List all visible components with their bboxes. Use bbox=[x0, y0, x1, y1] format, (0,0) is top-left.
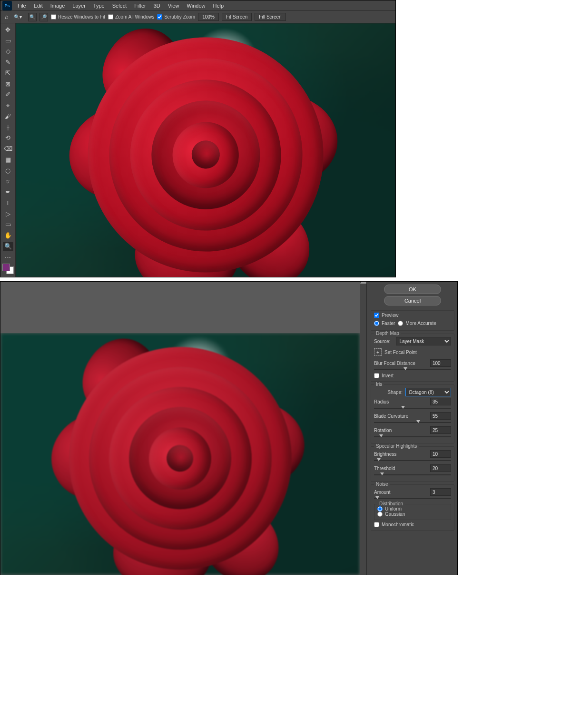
fit-screen-button[interactable]: Fit Screen bbox=[222, 13, 252, 21]
shape-label: Shape: bbox=[387, 390, 403, 395]
source-label: Source: bbox=[374, 339, 390, 344]
quick-select-tool-icon[interactable]: ✎ bbox=[3, 58, 13, 67]
workspace: ✥ ▭ ◇ ✎ ⇱ ⊠ ✐ ⌖ 🖌 ⟊ ⟲ ⌫ ▦ ◌ ☼ ✒ T ▷ ▭ ✋ … bbox=[0, 23, 395, 277]
crop-tool-icon[interactable]: ⇱ bbox=[3, 69, 13, 78]
menu-view[interactable]: View bbox=[164, 3, 183, 9]
faster-label: Faster bbox=[382, 321, 395, 326]
menu-3d[interactable]: 3D bbox=[150, 3, 164, 9]
iris-title: Iris bbox=[374, 382, 384, 387]
invert-label: Invert bbox=[382, 373, 394, 378]
blade-curvature-label: Blade Curvature bbox=[374, 413, 408, 419]
specular-title: Specular Highlights bbox=[374, 443, 419, 449]
rotation-slider[interactable] bbox=[374, 434, 451, 439]
scroll-up-arrow-icon[interactable] bbox=[360, 282, 367, 284]
shape-tool-icon[interactable]: ▭ bbox=[3, 220, 13, 229]
lens-blur-dialog: OK Cancel Preview Faster More Accurate D… bbox=[0, 281, 458, 575]
radius-slider[interactable] bbox=[374, 406, 451, 411]
zoom-in-icon[interactable]: 🔍 bbox=[28, 13, 37, 21]
blur-tool-icon[interactable]: ◌ bbox=[3, 166, 13, 175]
dodge-tool-icon[interactable]: ☼ bbox=[3, 177, 13, 186]
iris-group: Iris Shape: Octagon (8) Radius Blade Cur… bbox=[371, 384, 454, 443]
faster-radio[interactable]: Faster bbox=[374, 321, 395, 326]
source-select[interactable]: Layer Mask bbox=[396, 337, 451, 345]
resize-windows-checkbox[interactable]: Resize Windows to Fit bbox=[51, 14, 105, 20]
menu-window[interactable]: Window bbox=[183, 3, 209, 9]
options-bar: ⌂ 🔍▾ 🔍 🔎 Resize Windows to Fit Zoom All … bbox=[0, 11, 395, 23]
menu-type[interactable]: Type bbox=[89, 3, 108, 9]
invert-checkbox[interactable]: Invert bbox=[374, 373, 451, 378]
rotation-field[interactable] bbox=[430, 426, 451, 434]
menu-filter[interactable]: Filter bbox=[130, 3, 149, 9]
radius-label: Radius bbox=[374, 399, 389, 404]
menu-image[interactable]: Image bbox=[47, 3, 69, 9]
separator bbox=[25, 12, 25, 22]
uniform-label: Uniform bbox=[385, 506, 402, 512]
zoom-all-checkbox[interactable]: Zoom All Windows bbox=[108, 14, 154, 20]
dialog-side-panel: OK Cancel Preview Faster More Accurate D… bbox=[367, 282, 457, 575]
hand-tool-icon[interactable]: ✋ bbox=[3, 231, 13, 240]
pen-tool-icon[interactable]: ✒ bbox=[3, 187, 13, 197]
brightness-slider[interactable] bbox=[374, 458, 451, 463]
amount-field[interactable] bbox=[430, 488, 451, 496]
brush-tool-icon[interactable]: 🖌 bbox=[3, 112, 13, 121]
blur-focal-distance-label: Blur Focal Distance bbox=[374, 361, 415, 366]
scrubby-zoom-checkbox[interactable]: Scrubby Zoom bbox=[157, 14, 195, 20]
preview-subject bbox=[69, 347, 291, 570]
more-tools-icon[interactable]: ⋯ bbox=[3, 253, 13, 262]
menu-help[interactable]: Help bbox=[209, 3, 228, 9]
radius-field[interactable] bbox=[430, 398, 451, 405]
amount-slider[interactable] bbox=[374, 496, 451, 501]
cancel-button[interactable]: Cancel bbox=[384, 296, 441, 305]
shape-select[interactable]: Octagon (8) bbox=[405, 388, 451, 396]
preview-checkbox[interactable]: Preview bbox=[374, 313, 451, 318]
zoom-100-button[interactable]: 100% bbox=[198, 13, 219, 21]
document-image bbox=[16, 23, 395, 277]
canvas[interactable] bbox=[16, 23, 395, 277]
gradient-tool-icon[interactable]: ▦ bbox=[3, 155, 13, 164]
more-accurate-radio[interactable]: More Accurate bbox=[398, 321, 436, 326]
foreground-swatch[interactable] bbox=[2, 264, 10, 271]
blur-focal-distance-slider[interactable] bbox=[374, 367, 451, 372]
home-icon[interactable]: ⌂ bbox=[2, 13, 11, 20]
blade-curvature-field[interactable] bbox=[430, 412, 451, 420]
resize-windows-label: Resize Windows to Fit bbox=[58, 14, 105, 20]
monochromatic-checkbox[interactable]: Monochromatic bbox=[374, 522, 451, 527]
spot-heal-tool-icon[interactable]: ⌖ bbox=[3, 101, 13, 110]
move-tool-icon[interactable]: ✥ bbox=[3, 25, 13, 34]
color-swatches[interactable] bbox=[2, 264, 14, 275]
blur-focal-distance-field[interactable] bbox=[430, 359, 451, 367]
path-select-tool-icon[interactable]: ▷ bbox=[3, 209, 13, 218]
depth-map-group: Depth Map Source: Layer Mask Set Focal P… bbox=[371, 334, 454, 382]
menu-select[interactable]: Select bbox=[108, 3, 131, 9]
ok-button[interactable]: OK bbox=[384, 285, 441, 294]
history-brush-tool-icon[interactable]: ⟲ bbox=[3, 134, 13, 143]
uniform-radio[interactable]: Uniform bbox=[377, 506, 448, 512]
gaussian-radio[interactable]: Gaussian bbox=[377, 512, 448, 517]
preview-scrollbar[interactable] bbox=[360, 282, 366, 575]
brightness-field[interactable] bbox=[430, 450, 451, 458]
gaussian-label: Gaussian bbox=[385, 512, 405, 517]
menu-file[interactable]: File bbox=[14, 3, 30, 9]
marquee-tool-icon[interactable]: ▭ bbox=[3, 36, 13, 45]
threshold-slider[interactable] bbox=[374, 472, 451, 477]
type-tool-icon[interactable]: T bbox=[3, 198, 13, 207]
frame-tool-icon[interactable]: ⊠ bbox=[3, 79, 13, 89]
eraser-tool-icon[interactable]: ⌫ bbox=[3, 144, 13, 153]
blade-curvature-slider[interactable] bbox=[374, 420, 451, 425]
monochromatic-label: Monochromatic bbox=[382, 522, 414, 527]
preview-image[interactable] bbox=[0, 333, 360, 575]
stamp-tool-icon[interactable]: ⟊ bbox=[3, 123, 13, 132]
eyedropper-tool-icon[interactable]: ✐ bbox=[3, 90, 13, 99]
lasso-tool-icon[interactable]: ◇ bbox=[3, 47, 13, 56]
zoom-tool-icon[interactable]: 🔍 bbox=[3, 242, 13, 251]
menu-layer[interactable]: Layer bbox=[69, 3, 89, 9]
set-focal-point-button[interactable]: Set Focal Point bbox=[374, 348, 451, 356]
menu-edit[interactable]: Edit bbox=[30, 3, 47, 9]
amount-label: Amount bbox=[374, 490, 390, 495]
depth-map-title: Depth Map bbox=[374, 331, 401, 336]
zoom-out-icon[interactable]: 🔎 bbox=[39, 13, 48, 21]
fill-screen-button[interactable]: Fill Screen bbox=[255, 13, 286, 21]
brightness-label: Brightness bbox=[374, 452, 396, 457]
threshold-field[interactable] bbox=[430, 464, 451, 472]
tool-preset-icon[interactable]: 🔍▾ bbox=[14, 14, 22, 20]
